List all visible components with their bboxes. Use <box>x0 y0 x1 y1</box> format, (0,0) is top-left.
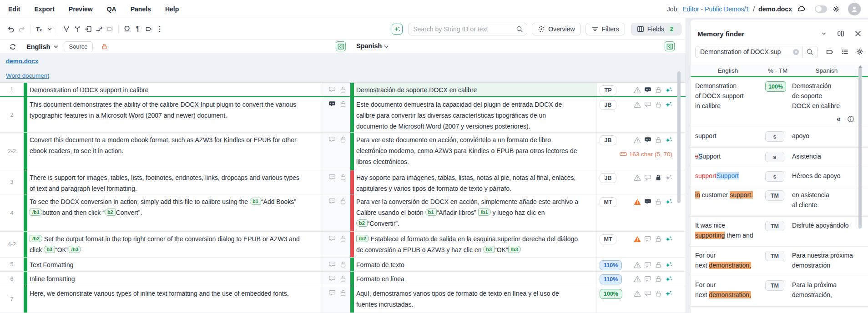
target-lock-icon[interactable] <box>655 235 662 243</box>
target-comment-icon[interactable] <box>644 86 651 94</box>
warning-icon[interactable] <box>634 235 641 243</box>
ai-sparkle-icon[interactable] <box>665 136 672 144</box>
pilcrow-icon[interactable]: ¶ <box>132 24 143 35</box>
memory-match-row[interactable]: sSupportsAsistencia <box>691 148 868 167</box>
match-info-icon[interactable] <box>847 115 854 123</box>
tag-icon[interactable] <box>143 24 154 35</box>
menu-panels[interactable]: Panels <box>131 5 151 13</box>
source-text[interactable]: Convert this document to a modern ebook … <box>27 133 323 170</box>
target-lock-icon[interactable] <box>655 290 662 297</box>
target-comment-icon[interactable] <box>644 290 651 297</box>
clear-search-icon[interactable] <box>792 49 799 55</box>
ai-sparkle-icon[interactable] <box>665 86 672 94</box>
comment-icon[interactable] <box>328 289 336 313</box>
target-comment-icon[interactable] <box>644 174 651 181</box>
merge-segments-icon[interactable] <box>61 24 72 35</box>
panel-scrollbar[interactable] <box>858 67 862 229</box>
menu-preview[interactable]: Preview <box>69 5 93 13</box>
list-view-icon[interactable] <box>841 48 848 55</box>
overview-button[interactable]: Overview <box>532 23 580 35</box>
lock-icon[interactable] <box>339 289 347 313</box>
avatar[interactable] <box>848 3 861 15</box>
comment-icon[interactable] <box>328 100 336 132</box>
lock-icon[interactable] <box>339 136 347 170</box>
inline-tag-close-b2[interactable]: /b2 <box>30 235 42 242</box>
warning-icon[interactable] <box>634 86 641 94</box>
inline-tag-b3[interactable]: b3 <box>44 246 55 253</box>
lock-icon[interactable] <box>339 174 347 194</box>
status-badge[interactable]: MT <box>600 197 616 207</box>
collapse-source-pane-icon[interactable] <box>336 41 346 51</box>
column-english[interactable]: English <box>691 67 765 74</box>
target-comment-icon[interactable] <box>644 261 651 268</box>
ai-sparkle-icon[interactable] <box>665 235 672 243</box>
fields-button[interactable]: Fields2 <box>631 23 681 35</box>
comment-icon[interactable] <box>328 86 336 96</box>
document-section-link[interactable]: Word document <box>6 72 49 79</box>
memory-match-row[interactable]: Demonstrationof DOCX supportin calibre10… <box>691 77 868 127</box>
inline-tag-b1[interactable]: b1 <box>250 198 261 205</box>
ai-sparkle-icon[interactable] <box>665 198 672 205</box>
status-badge[interactable]: MT <box>600 234 616 244</box>
comment-icon[interactable] <box>328 174 336 194</box>
inline-tag-close-b2[interactable]: /b2 <box>356 235 369 242</box>
lock-icon[interactable] <box>339 261 347 271</box>
source-text[interactable]: Demonstration of DOCX support in calibre <box>27 83 323 96</box>
warning-icon[interactable] <box>634 261 641 268</box>
menu-help[interactable]: Help <box>165 5 179 13</box>
inline-tag-b3[interactable]: b3 <box>483 246 495 253</box>
target-text[interactable]: Demostración de soporte DOCX en calibre <box>354 83 597 96</box>
target-text[interactable]: Formato de texto <box>354 258 597 271</box>
source-text[interactable]: Here, we demonstrate various types of in… <box>27 286 323 313</box>
lock-icon[interactable] <box>339 235 347 257</box>
comment-icon[interactable] <box>328 275 336 286</box>
memory-search-input[interactable]: Demonstration of DOCX sup <box>695 46 802 58</box>
target-comment-icon[interactable] <box>644 136 651 144</box>
inline-tag-b2[interactable]: b2 <box>356 219 368 227</box>
comment-icon[interactable] <box>328 136 336 170</box>
warning-icon[interactable] <box>634 290 641 297</box>
tag-disabled-icon[interactable] <box>105 24 116 35</box>
target-lock-icon[interactable] <box>655 86 662 94</box>
memory-match-row[interactable]: supportSupportsHéroes de apoyo <box>691 167 868 186</box>
refresh-icon[interactable] <box>7 41 18 52</box>
lock-icon[interactable] <box>339 86 347 96</box>
memory-match-row[interactable]: For ournext demonstration,TMPara nuestra… <box>691 247 868 276</box>
status-badge[interactable]: 110% <box>600 274 622 284</box>
target-text[interactable]: Hay soporte para imágenes, tablas, lista… <box>354 170 597 194</box>
column-spanish[interactable]: Spanish <box>790 67 863 74</box>
target-lock-icon[interactable] <box>655 275 662 283</box>
comment-icon[interactable] <box>328 198 336 231</box>
warning-icon[interactable] <box>634 174 641 181</box>
target-text[interactable]: /b2 Establece el formato de salida en la… <box>354 232 597 257</box>
comment-icon[interactable] <box>328 261 336 271</box>
undo-icon[interactable] <box>5 24 16 35</box>
status-badge[interactable]: 110% <box>600 260 622 270</box>
menu-export[interactable]: Export <box>34 5 54 13</box>
split-segment-icon[interactable] <box>72 24 83 35</box>
close-icon[interactable] <box>854 30 862 37</box>
memory-match-row[interactable]: supportsapoyo <box>691 127 868 148</box>
target-text[interactable]: Formato en línea <box>354 272 597 286</box>
main-scrollbar[interactable] <box>677 71 681 203</box>
ai-sparkle-icon[interactable] <box>665 275 672 283</box>
target-comment-icon[interactable] <box>644 275 651 283</box>
column-tm[interactable]: % - TM <box>765 67 790 74</box>
source-text[interactable]: Inline formatting <box>27 272 323 286</box>
cloud-sync-icon[interactable] <box>796 4 807 15</box>
ai-sparkle-icon[interactable] <box>665 261 672 268</box>
menu-qa[interactable]: QA <box>107 5 116 13</box>
skip-segment-icon[interactable] <box>94 24 105 35</box>
status-badge[interactable]: JB <box>600 100 616 110</box>
target-lock-icon[interactable] <box>655 136 662 144</box>
document-file-link[interactable]: demo.docx <box>6 58 38 65</box>
special-character-icon[interactable]: Ω <box>121 24 132 35</box>
clear-formatting-dropdown-icon[interactable] <box>44 24 55 35</box>
lock-icon[interactable] <box>339 275 347 286</box>
more-options-icon[interactable]: ⋮ <box>154 24 165 35</box>
warning-icon[interactable] <box>634 198 641 205</box>
inline-tag-close-b3[interactable]: /b3 <box>508 246 521 253</box>
search-input[interactable]: Search by String ID or text <box>408 23 527 35</box>
lock-icon[interactable] <box>339 198 347 231</box>
target-language-label[interactable]: Spanish <box>356 42 382 50</box>
